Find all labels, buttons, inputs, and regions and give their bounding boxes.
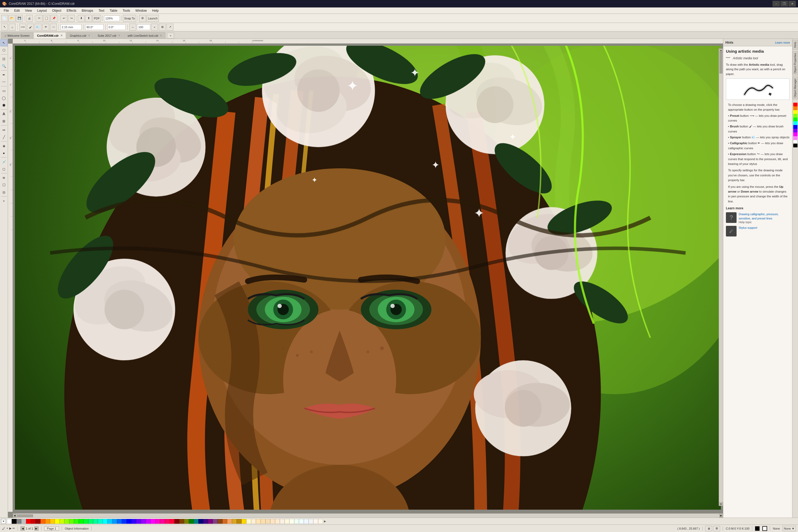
palette-color-12[interactable] — [64, 519, 69, 524]
minimize-button[interactable]: − — [773, 1, 780, 7]
artistic-media-button[interactable]: 〰 — [1, 78, 7, 86]
menu-item-file[interactable]: File — [1, 8, 12, 13]
hints-help-link-2[interactable]: Stylus support — [739, 226, 757, 230]
palette-color-11[interactable] — [60, 519, 64, 524]
color-swatch-black[interactable] — [793, 144, 797, 147]
calligraphic-button[interactable]: ✒ — [42, 24, 49, 31]
polygon-tool-button[interactable]: ⬟ — [1, 101, 7, 109]
object-manager-tab[interactable]: Object Manager — [793, 77, 798, 99]
canvas-vertical-scrollbar[interactable]: ▲ ▼ — [719, 49, 723, 506]
tab-welcome[interactable]: ⌂ Welcome Screen — [1, 32, 33, 39]
palette-color-5[interactable] — [31, 519, 36, 524]
expression-button[interactable]: 〰 — [50, 24, 57, 31]
palette-color-54[interactable] — [265, 519, 270, 524]
pdf-button[interactable]: PDF — [93, 15, 101, 22]
grid-button[interactable]: ⊞ — [713, 526, 720, 531]
palette-color-10[interactable] — [55, 519, 60, 524]
undo-button[interactable]: ↩ — [60, 15, 67, 22]
ellipse-tool-button[interactable]: ◯ — [1, 94, 7, 101]
color-picker-button[interactable]: None ▼ — [783, 526, 796, 531]
menu-item-effects[interactable]: Effects — [64, 8, 79, 13]
color-swatch-magenta[interactable] — [793, 132, 797, 136]
redo-button[interactable]: ↪ — [68, 15, 75, 22]
vscroll-thumb[interactable] — [720, 52, 722, 73]
tab-livesketch[interactable]: with LiveSketch tool.cdr ✕ — [124, 32, 166, 39]
tab-suite-close[interactable]: ✕ — [118, 34, 120, 37]
restore-button[interactable]: ❐ — [780, 1, 788, 7]
parallel-dim-button[interactable]: ⇔ — [1, 126, 7, 133]
snap-to-button[interactable]: Snap To — [123, 15, 136, 22]
preset-button[interactable]: ⟿ — [19, 24, 26, 31]
stroke-color-swatch[interactable] — [762, 526, 767, 531]
palette-color-17[interactable] — [88, 519, 93, 524]
color-swatch-cyan[interactable] — [793, 121, 797, 125]
color-swatch-lime[interactable] — [793, 114, 797, 118]
tab-coreldraw-close[interactable]: ✕ — [60, 34, 62, 37]
palette-color-65[interactable] — [318, 519, 323, 524]
blend-button[interactable]: ≋ — [1, 174, 7, 181]
palette-color-2[interactable] — [17, 519, 21, 524]
tab-graphics-close[interactable]: ✕ — [88, 34, 90, 37]
fill-color-swatch[interactable] — [755, 526, 760, 531]
crop-tool-button[interactable]: ⊡ — [1, 55, 7, 62]
palette-color-21[interactable] — [108, 519, 112, 524]
palette-color-40[interactable] — [198, 519, 203, 524]
node-tool-button[interactable]: ⬡ — [1, 46, 7, 54]
palette-color-39[interactable] — [194, 519, 198, 524]
palette-color-58[interactable] — [285, 519, 289, 524]
palette-color-26[interactable] — [131, 519, 136, 524]
palette-color-57[interactable] — [280, 519, 285, 524]
transparency-button[interactable]: ◎ — [1, 189, 7, 195]
color-swatch-yellow[interactable] — [793, 110, 797, 114]
palette-color-45[interactable] — [222, 519, 227, 524]
vscroll-up-button[interactable]: ▲ — [719, 49, 723, 52]
color-swatch-red[interactable] — [793, 103, 797, 107]
menu-item-view[interactable]: View — [22, 8, 35, 13]
menu-item-edit[interactable]: Edit — [12, 8, 22, 13]
select-tool-button[interactable]: ↖ — [1, 39, 7, 46]
zoom-tool-button[interactable]: 🔍 — [1, 62, 7, 70]
eyedropper-button[interactable]: 💉 — [1, 158, 7, 165]
menu-item-bitmaps[interactable]: Bitmaps — [79, 8, 96, 13]
palette-color-43[interactable] — [213, 519, 217, 524]
palette-color-1[interactable] — [12, 519, 17, 524]
color-swatch-violet[interactable] — [793, 129, 797, 132]
palette-color-50[interactable] — [246, 519, 251, 524]
color-swatch-orange[interactable] — [793, 107, 797, 110]
palette-color-8[interactable] — [45, 519, 50, 524]
palette-color-56[interactable] — [275, 519, 280, 524]
palette-color-36[interactable] — [179, 519, 184, 524]
shadow-button[interactable]: ☐ — [1, 182, 7, 188]
tab-coreldraw[interactable]: CorelDRAW.cdr ✕ — [34, 32, 66, 39]
open-button[interactable]: 📂 — [8, 15, 15, 22]
import-button[interactable]: ⬇ — [78, 15, 84, 22]
menu-item-window[interactable]: Window — [133, 8, 150, 13]
transform-button[interactable]: ↗ — [167, 24, 173, 31]
hscroll-right-button[interactable]: ▶ — [719, 514, 723, 518]
palette-scroll-right[interactable]: ▶ — [323, 520, 327, 523]
new-button[interactable]: 📄 — [1, 15, 8, 22]
home-button[interactable]: ⌂ — [9, 24, 16, 31]
object-properties-tab[interactable]: Object Properties — [793, 51, 798, 75]
palette-color-46[interactable] — [227, 519, 232, 524]
rotation-input[interactable] — [107, 24, 126, 30]
smart-fill-button[interactable]: ● — [1, 150, 7, 156]
connector-button[interactable]: ╱ — [1, 134, 7, 140]
outline-button[interactable]: ◻ — [1, 166, 7, 172]
palette-color-34[interactable] — [170, 519, 174, 524]
palette-color-19[interactable] — [98, 519, 103, 524]
add-plus-button[interactable]: + — [1, 197, 7, 204]
palette-color-51[interactable] — [251, 519, 256, 524]
palette-color-49[interactable] — [242, 519, 246, 524]
palette-color-64[interactable] — [314, 519, 318, 524]
palette-color-63[interactable] — [308, 519, 314, 524]
copy-button[interactable]: 📋 — [43, 15, 50, 22]
angle-input[interactable] — [85, 24, 104, 30]
canvas-horizontal-scrollbar[interactable]: ◀ ▶ — [13, 513, 723, 518]
palette-color-13[interactable] — [69, 519, 74, 524]
hints-learn-more-link[interactable]: Learn more — [775, 41, 790, 44]
palette-color-32[interactable] — [160, 519, 165, 524]
palette-color-27[interactable] — [136, 519, 141, 524]
palette-color-24[interactable] — [122, 519, 127, 524]
palette-color-4[interactable] — [26, 519, 31, 524]
